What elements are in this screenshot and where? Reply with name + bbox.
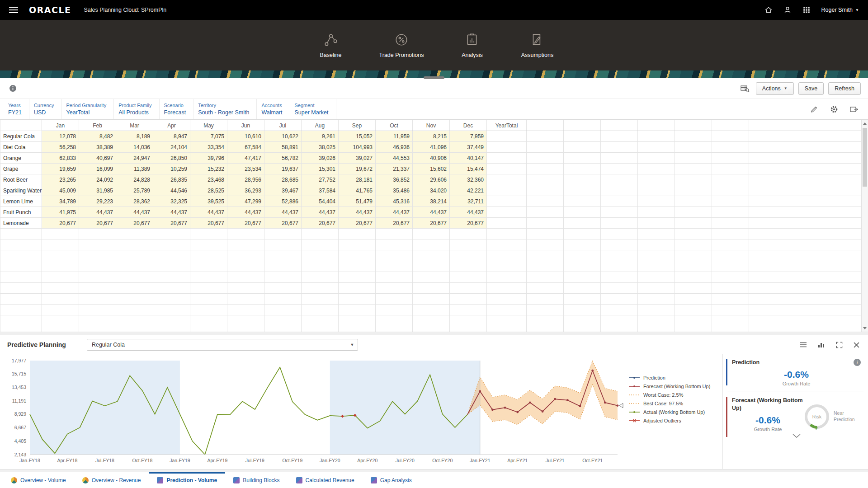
column-header-yeartotal[interactable]: YearTotal <box>487 120 527 131</box>
maximize-icon[interactable] <box>835 340 844 350</box>
grid-cell[interactable]: 42,221 <box>450 185 487 196</box>
row-header[interactable]: Regular Cola <box>0 131 42 142</box>
scroll-down-button[interactable] <box>862 324 868 332</box>
grid-cell[interactable]: 8,215 <box>413 131 450 142</box>
grid-cell[interactable]: 62,833 <box>42 153 79 164</box>
actions-button[interactable]: Actions▼ <box>756 82 794 95</box>
grid-cell[interactable]: 10,622 <box>264 131 302 142</box>
grid-cell[interactable]: 12,078 <box>42 131 79 142</box>
grid-cell[interactable]: 44,437 <box>227 207 264 218</box>
grid-cell[interactable]: 45,316 <box>376 196 413 207</box>
grid-cell[interactable] <box>487 185 527 196</box>
grid-cell[interactable] <box>487 142 527 153</box>
member-selector-dropdown-icon[interactable]: ▼ <box>347 339 358 350</box>
pov-territory[interactable]: Territory South - Roger Smith <box>193 99 257 119</box>
grid-cell[interactable] <box>487 164 527 174</box>
grid-cell[interactable]: 8,947 <box>153 131 190 142</box>
grid-cell[interactable]: 36,852 <box>376 174 413 185</box>
grid-cell[interactable]: 24,947 <box>116 153 153 164</box>
grid-cell[interactable]: 44,553 <box>376 153 413 164</box>
grid-cell[interactable]: 54,404 <box>302 196 339 207</box>
grid-cell[interactable]: 19,672 <box>339 164 376 174</box>
grid-cell[interactable]: 20,677 <box>190 218 227 229</box>
grid-cell[interactable]: 19,637 <box>264 164 302 174</box>
grid-cell[interactable] <box>487 153 527 164</box>
gear-icon[interactable] <box>828 103 840 115</box>
grid-cell[interactable]: 20,677 <box>376 218 413 229</box>
scroll-up-button[interactable] <box>862 120 868 127</box>
module-baseline[interactable]: Baseline <box>314 33 348 58</box>
expand-chevron-icon[interactable] <box>732 432 861 438</box>
grid-cell[interactable]: 44,546 <box>153 185 190 196</box>
grid-cell[interactable]: 52,886 <box>264 196 302 207</box>
scroll-thumb[interactable] <box>863 128 867 187</box>
grid-cell[interactable]: 44,437 <box>116 207 153 218</box>
panel-resize-gutter[interactable] <box>0 332 868 335</box>
grid-cell[interactable]: 44,437 <box>302 207 339 218</box>
grid-cell[interactable]: 56,258 <box>42 142 79 153</box>
grid-cell[interactable]: 47,417 <box>227 153 264 164</box>
grid-cell[interactable]: 28,956 <box>227 174 264 185</box>
column-header-jan[interactable]: Jan <box>42 120 79 131</box>
grid-cell[interactable]: 36,293 <box>227 185 264 196</box>
chart-type-icon[interactable] <box>816 340 826 349</box>
tab-calculated-revenue[interactable]: Calculated Revenue <box>288 472 363 488</box>
module-trade-promotions[interactable]: Trade Promotions <box>379 33 424 58</box>
row-header[interactable]: Lemonade <box>0 218 42 229</box>
grid-cell[interactable]: 40,697 <box>79 153 116 164</box>
tab-overview-volume[interactable]: Overview - Volume <box>3 472 74 488</box>
grid-cell[interactable]: 10,610 <box>227 131 264 142</box>
grid-cell[interactable]: 44,437 <box>79 207 116 218</box>
grid-cell[interactable]: 23,265 <box>42 174 79 185</box>
grid-cell[interactable]: 45,009 <box>42 185 79 196</box>
grid-search-icon[interactable] <box>739 83 751 94</box>
user-icon[interactable] <box>783 6 792 14</box>
grid-cell[interactable]: 28,362 <box>116 196 153 207</box>
grid-cell[interactable]: 38,025 <box>302 142 339 153</box>
pov-segment[interactable]: Segment Super Market <box>290 99 336 119</box>
grid-cell[interactable]: 34,789 <box>42 196 79 207</box>
grid-cell[interactable]: 44,437 <box>264 207 302 218</box>
grid-cell[interactable]: 11,389 <box>116 164 153 174</box>
grid-cell[interactable]: 20,677 <box>339 218 376 229</box>
info-icon[interactable]: i <box>854 359 861 366</box>
grid-cell[interactable]: 7,075 <box>190 131 227 142</box>
pov-period-granularity[interactable]: Period Granularity YearTotal <box>62 99 114 119</box>
grid-cell[interactable]: 58,891 <box>264 142 302 153</box>
grid-cell[interactable]: 41,096 <box>413 142 450 153</box>
pov-currency[interactable]: Currency USD <box>29 99 62 119</box>
grid-cell[interactable]: 19,659 <box>42 164 79 174</box>
module-assumptions[interactable]: Assumptions <box>520 33 554 58</box>
pov-scenario[interactable]: Scenario Forecast <box>160 99 194 119</box>
grid-cell[interactable]: 32,325 <box>153 196 190 207</box>
grid-cell[interactable]: 20,677 <box>264 218 302 229</box>
grid-cell[interactable]: 20,677 <box>42 218 79 229</box>
grid-cell[interactable]: 40,147 <box>450 153 487 164</box>
close-icon[interactable] <box>852 341 861 349</box>
column-header-feb[interactable]: Feb <box>79 120 116 131</box>
grid-cell[interactable]: 38,214 <box>413 196 450 207</box>
grid-cell[interactable]: 8,189 <box>116 131 153 142</box>
grid-cell[interactable] <box>487 218 527 229</box>
column-header-jun[interactable]: Jun <box>227 120 264 131</box>
grid-cell[interactable]: 44,437 <box>413 207 450 218</box>
save-button[interactable]: Save <box>798 82 824 95</box>
grid-cell[interactable]: 9,261 <box>302 131 339 142</box>
home-icon[interactable] <box>764 6 773 14</box>
member-selector[interactable]: Regular Cola ▼ <box>87 339 358 351</box>
row-header[interactable]: Diet Cola <box>0 142 42 153</box>
column-header-apr[interactable]: Apr <box>153 120 190 131</box>
grid-cell[interactable]: 51,479 <box>339 196 376 207</box>
grid-cell[interactable]: 104,993 <box>339 142 376 153</box>
grid-cell[interactable]: 16,099 <box>79 164 116 174</box>
column-header-sep[interactable]: Sep <box>339 120 376 131</box>
grid-cell[interactable]: 24,828 <box>116 174 153 185</box>
grid-cell[interactable]: 67,584 <box>227 142 264 153</box>
grid-cell[interactable]: 8,482 <box>79 131 116 142</box>
grid-cell[interactable]: 44,437 <box>339 207 376 218</box>
grid-cell[interactable]: 56,782 <box>264 153 302 164</box>
grid-cell[interactable]: 21,337 <box>376 164 413 174</box>
column-header-oct[interactable]: Oct <box>376 120 413 131</box>
pov-years[interactable]: Years FY21 <box>4 99 29 119</box>
grid-cell[interactable]: 34,020 <box>413 185 450 196</box>
